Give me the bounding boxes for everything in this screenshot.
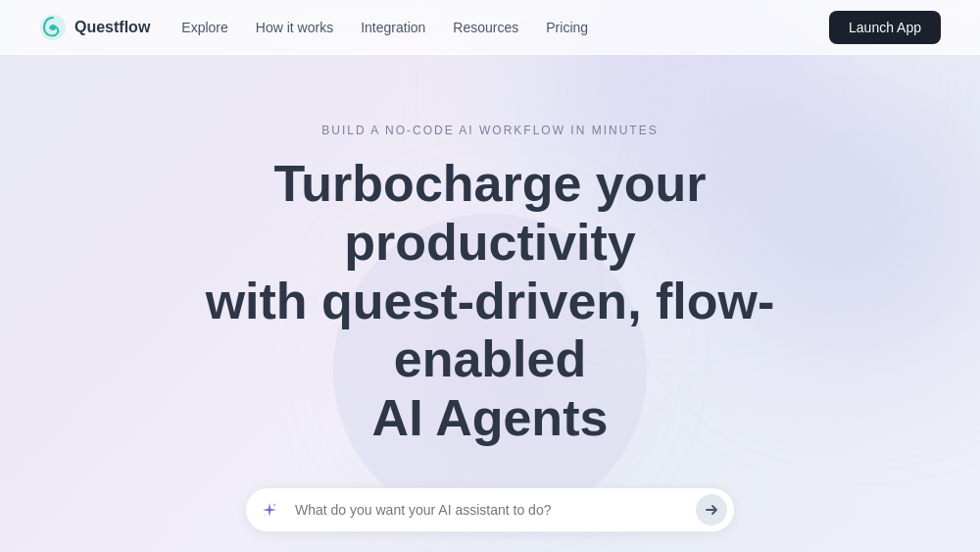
hero-tagline: BUILD A NO-CODE AI WORKFLOW IN MINUTES: [321, 124, 658, 137]
svg-point-1: [50, 25, 56, 30]
hero-title-line2: with quest-driven, flow-enabled: [206, 273, 775, 388]
sparkle-icon: [261, 501, 278, 519]
search-submit-button[interactable]: [696, 494, 727, 526]
nav-link-how-it-works[interactable]: How it works: [256, 20, 333, 35]
navbar: Questflow Explore How it works Integrati…: [0, 0, 980, 55]
brand-name: Questflow: [74, 19, 150, 36]
logo[interactable]: Questflow: [39, 14, 150, 41]
launch-app-button[interactable]: Launch App: [829, 11, 941, 44]
arrow-right-icon: [705, 503, 718, 517]
hero-title: Turbocharge your productivity with quest…: [147, 155, 833, 448]
nav-link-explore[interactable]: Explore: [181, 20, 227, 35]
navbar-left: Questflow Explore How it works Integrati…: [39, 14, 588, 41]
nav-link-resources[interactable]: Resources: [453, 20, 518, 35]
nav-link-integration[interactable]: Integration: [361, 20, 425, 35]
svg-point-3: [264, 514, 266, 516]
search-input[interactable]: [266, 502, 683, 518]
search-container: [245, 487, 735, 532]
hero-section: BUILD A NO-CODE AI WORKFLOW IN MINUTES T…: [0, 55, 980, 552]
svg-point-2: [273, 504, 275, 506]
nav-links: Explore How it works Integration Resourc…: [181, 20, 588, 35]
logo-icon: [39, 14, 67, 41]
hero-title-line1: Turbocharge your productivity: [273, 155, 706, 271]
search-bar: [245, 487, 735, 532]
hero-title-line3: AI Agents: [372, 389, 609, 446]
nav-link-pricing[interactable]: Pricing: [546, 20, 588, 35]
